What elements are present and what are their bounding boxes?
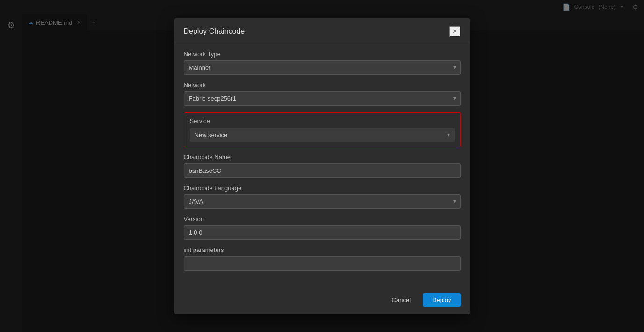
version-group: Version [184, 215, 461, 240]
init-parameters-group: init parameters [184, 246, 461, 271]
version-input[interactable] [184, 225, 461, 240]
network-type-group: Network Type Mainnet [184, 51, 461, 75]
network-select-wrapper: Fabric-secp256r1 [184, 91, 461, 106]
chaincode-language-select[interactable]: JAVA Go Node.js [184, 194, 461, 209]
service-group: Service New service [184, 112, 461, 147]
service-select-wrapper: New service [190, 128, 455, 142]
chaincode-language-label: Chaincode Language [184, 184, 461, 192]
chaincode-name-label: Chaincode Name [184, 154, 461, 161]
cancel-button[interactable]: Cancel [384, 293, 418, 307]
version-label: Version [184, 215, 461, 222]
dialog-close-button[interactable]: × [449, 26, 461, 37]
chaincode-name-group: Chaincode Name [184, 154, 461, 178]
chaincode-language-group: Chaincode Language JAVA Go Node.js [184, 184, 461, 209]
network-select[interactable]: Fabric-secp256r1 [184, 91, 461, 106]
init-parameters-label: init parameters [184, 246, 461, 253]
network-group: Network Fabric-secp256r1 [184, 81, 461, 106]
dialog-header: Deploy Chaincode × [174, 18, 470, 43]
dialog-body: Network Type Mainnet Network Fabric-secp… [174, 43, 470, 287]
network-type-label: Network Type [184, 51, 461, 58]
network-type-select[interactable]: Mainnet [184, 60, 461, 75]
chaincode-name-input[interactable] [184, 163, 461, 178]
modal-overlay: Deploy Chaincode × Network Type Mainnet … [0, 0, 644, 332]
dialog-footer: Cancel Deploy [174, 287, 470, 314]
network-type-select-wrapper: Mainnet [184, 60, 461, 75]
network-label: Network [184, 81, 461, 89]
service-select[interactable]: New service [190, 128, 455, 142]
service-label: Service [190, 118, 455, 125]
dialog-title: Deploy Chaincode [184, 27, 245, 36]
deploy-button[interactable]: Deploy [423, 293, 460, 307]
chaincode-language-select-wrapper: JAVA Go Node.js [184, 194, 461, 209]
init-parameters-input[interactable] [184, 256, 461, 271]
deploy-chaincode-dialog: Deploy Chaincode × Network Type Mainnet … [174, 18, 470, 314]
